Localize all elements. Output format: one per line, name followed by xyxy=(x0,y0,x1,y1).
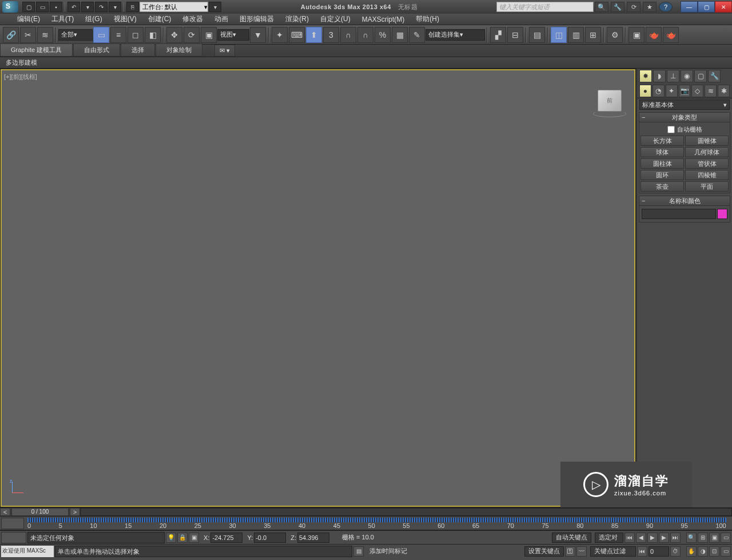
utilities-tab-icon[interactable]: 🔧 xyxy=(708,70,721,82)
keyboard-shortcut-icon[interactable]: ⌨ xyxy=(289,27,305,43)
lock-icon[interactable]: 🔒 xyxy=(177,533,188,543)
menu-edit[interactable]: 编辑(E) xyxy=(11,13,46,25)
menu-modifiers[interactable]: 修改器 xyxy=(177,13,209,25)
manipulate-icon[interactable]: ✦ xyxy=(272,27,288,43)
hierarchy-tab-icon[interactable]: ⊥ xyxy=(667,70,679,82)
edit-named-sel-icon[interactable]: ▦ xyxy=(392,27,408,43)
ribbon-poly-label[interactable]: 多边形建模 xyxy=(6,58,37,67)
menu-tools[interactable]: 工具(T) xyxy=(46,13,79,25)
time-slider-track[interactable] xyxy=(80,508,732,516)
teapot-button[interactable]: 茶壶 xyxy=(640,181,684,192)
viewcube-compass[interactable] xyxy=(593,110,626,117)
save-icon[interactable]: ▪ xyxy=(50,2,62,12)
isolate-icon[interactable]: ▣ xyxy=(189,533,199,543)
tube-button[interactable]: 管状体 xyxy=(685,158,729,169)
mirror-icon[interactable]: ▞ xyxy=(490,27,506,43)
schematic-view-icon[interactable]: ▥ xyxy=(568,27,584,43)
ribbon-tab-selection[interactable]: 选择 xyxy=(121,43,155,57)
current-frame-input[interactable] xyxy=(649,546,669,557)
help-icon[interactable]: ? xyxy=(659,2,673,12)
render-iter-icon[interactable]: 🫖 xyxy=(663,27,679,43)
render-setup-icon[interactable]: ⚙ xyxy=(607,27,623,43)
menu-grapheditors[interactable]: 图形编辑器 xyxy=(234,13,280,25)
sphere-button[interactable]: 球体 xyxy=(640,147,684,157)
menu-animation[interactable]: 动画 xyxy=(209,13,234,25)
box-button[interactable]: 长方体 xyxy=(640,136,684,146)
motion-tab-icon[interactable]: ◉ xyxy=(681,70,693,82)
spacewarps-icon[interactable]: ≋ xyxy=(705,85,717,97)
snap-toggle-icon[interactable]: ⬆ xyxy=(306,27,322,43)
bind-space-warp-icon[interactable]: ≋ xyxy=(37,27,53,43)
render-frame-icon[interactable]: ▣ xyxy=(628,27,645,43)
goto-key-icon[interactable]: ⏮ xyxy=(637,546,647,557)
geometry-icon[interactable]: ● xyxy=(639,85,651,97)
redo-icon[interactable]: ↷ xyxy=(95,2,108,12)
autogrid-checkbox[interactable] xyxy=(667,126,675,133)
select-object-icon[interactable]: ▭ xyxy=(93,27,109,43)
primitive-category-dropdown[interactable]: 标准基本体▾ xyxy=(639,100,730,110)
helpers-icon[interactable]: ◇ xyxy=(691,85,703,97)
keyfilter-button[interactable]: 关键点过滤器... xyxy=(590,546,636,557)
selection-filter-dropdown[interactable]: 全部 ▾ xyxy=(58,29,93,41)
cylinder-button[interactable]: 圆柱体 xyxy=(640,158,684,169)
rotate-icon[interactable]: ⟳ xyxy=(184,27,200,43)
fov-icon[interactable]: ▭ xyxy=(721,533,731,543)
select-region-rect-icon[interactable]: ◻ xyxy=(128,27,144,43)
angle-snap-icon[interactable]: 3 xyxy=(323,27,339,43)
ribbon-collapse-icon[interactable]: ✉ ▾ xyxy=(214,45,235,57)
display-tab-icon[interactable]: ▢ xyxy=(694,70,707,82)
listener-output[interactable]: 欢迎使用 MAXSc xyxy=(1,546,54,557)
menu-help[interactable]: 帮助(H) xyxy=(410,13,445,25)
viewport-label[interactable]: [+][前][线框] xyxy=(4,73,37,81)
close-button[interactable]: ✕ xyxy=(715,1,732,13)
app-menu-icon[interactable] xyxy=(2,1,18,13)
zoom-extents-icon[interactable]: ▣ xyxy=(709,533,719,543)
menu-group[interactable]: 组(G) xyxy=(79,13,108,25)
systems-icon[interactable]: ✱ xyxy=(718,85,730,97)
search-icon[interactable]: 🔍 xyxy=(595,2,608,12)
time-slider-prev[interactable]: < xyxy=(0,508,10,516)
cone-button[interactable]: 圆锥体 xyxy=(685,136,729,146)
menu-rendering[interactable]: 渲染(R) xyxy=(280,13,315,25)
zoom-icon[interactable]: 🔍 xyxy=(686,533,697,543)
status-drag-handle[interactable] xyxy=(1,532,26,543)
curve-editor-icon[interactable]: ◫ xyxy=(551,27,567,43)
create-tab-icon[interactable]: ✸ xyxy=(639,70,652,82)
add-time-tag[interactable]: 添加时间标记 xyxy=(369,547,407,555)
pan-icon[interactable]: ✋ xyxy=(686,546,697,557)
named-selection-dropdown[interactable]: 创建选择集 ▾ xyxy=(425,29,485,41)
redo-dd-icon[interactable]: ▾ xyxy=(109,2,121,12)
minimize-button[interactable]: — xyxy=(681,1,698,13)
percent-snap-icon[interactable]: ∩ xyxy=(340,27,356,43)
goto-start-icon[interactable]: ⏮ xyxy=(624,533,635,543)
rollout-header-obj-type[interactable]: −对象类型 xyxy=(639,113,730,122)
menu-customize[interactable]: 自定义(U) xyxy=(315,13,356,25)
link-icon[interactable]: ⎘ xyxy=(126,2,139,12)
orbit-icon[interactable]: ◑ xyxy=(698,546,708,557)
object-name-input[interactable] xyxy=(642,209,716,219)
timeline-handle[interactable] xyxy=(1,518,24,529)
pivot-center-icon[interactable]: ▼ xyxy=(250,27,266,43)
rollout-header-name-color[interactable]: −名称和颜色 xyxy=(639,196,730,206)
menu-maxscript[interactable]: MAXScript(M) xyxy=(356,14,411,25)
pyramid-button[interactable]: 四棱锥 xyxy=(685,170,729,180)
bulb-icon[interactable]: 💡 xyxy=(166,533,176,543)
undo-dd-icon[interactable]: ▾ xyxy=(81,2,94,12)
viewcube[interactable]: 前 xyxy=(598,90,622,112)
play-icon[interactable]: ▶ xyxy=(647,533,658,543)
window-crossing-icon[interactable]: ◧ xyxy=(145,27,161,43)
workspace-more-icon[interactable]: ▾ xyxy=(209,2,221,12)
key-graph-icon[interactable]: 〰 xyxy=(576,546,587,557)
move-icon[interactable]: ✥ xyxy=(166,27,182,43)
geosphere-button[interactable]: 几何球体 xyxy=(685,147,729,157)
time-slider[interactable]: 0 / 100 xyxy=(11,508,69,516)
subscription-icon[interactable]: ⟳ xyxy=(627,2,640,12)
layers-icon[interactable]: ▤ xyxy=(529,27,545,43)
selection-set-dd[interactable]: 选定对 xyxy=(595,533,623,543)
time-slider-next[interactable]: > xyxy=(70,508,80,516)
percent-icon[interactable]: % xyxy=(375,27,391,43)
min-max-toggle-icon[interactable]: ▭ xyxy=(721,546,731,557)
ribbon-tab-freeform[interactable]: 自由形式 xyxy=(73,43,120,57)
material-editor-icon[interactable]: ⊞ xyxy=(585,27,601,43)
goto-end-icon[interactable]: ⏭ xyxy=(670,533,681,543)
